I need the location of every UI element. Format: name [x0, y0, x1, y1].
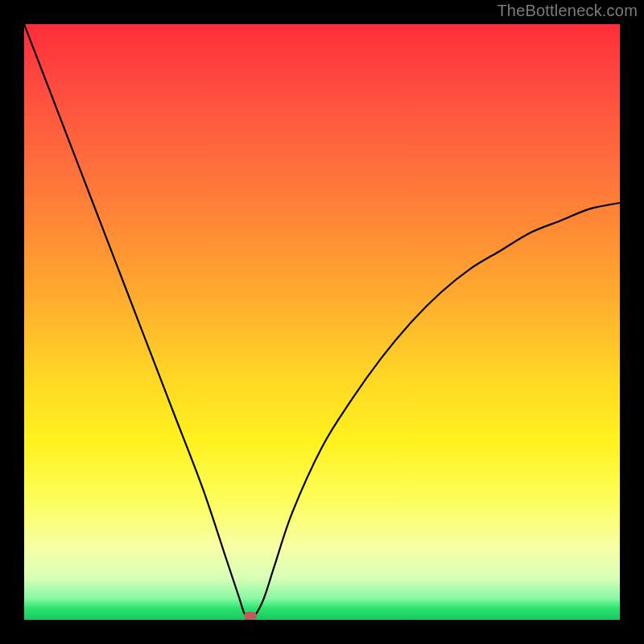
- optimal-point-marker: [244, 612, 257, 620]
- chart-container: TheBottleneck.com: [0, 0, 644, 644]
- plot-area: [24, 24, 620, 620]
- bottleneck-curve: [24, 24, 620, 620]
- watermark-text: TheBottleneck.com: [497, 2, 638, 20]
- curve-svg: [24, 24, 620, 620]
